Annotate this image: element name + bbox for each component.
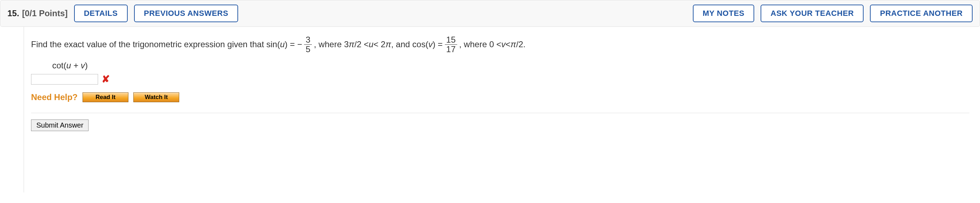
details-button[interactable]: DETAILS [74,5,128,22]
points-label: [0/1 Points] [22,8,67,18]
prompt-text: /2. [516,37,526,52]
prompt-text: < [506,37,511,52]
need-help-label: Need Help? [31,92,78,102]
question-number: 15. [7,8,19,18]
expression-close: ) [85,60,88,70]
var-v: v [501,37,506,52]
question-header: 15. [0/1 Points] DETAILS PREVIOUS ANSWER… [0,0,980,27]
answer-input[interactable] [31,74,98,84]
fraction-numerator: 15 [445,35,457,44]
fraction-numerator: 3 [304,35,312,44]
expression-fn: cot( [52,60,66,70]
prompt-text: ) = [433,37,443,52]
fraction-denominator: 17 [445,44,457,54]
pi-symbol: π [511,37,516,52]
incorrect-icon: ✘ [102,75,110,84]
submit-answer-button[interactable]: Submit Answer [31,119,89,131]
expression-arg: u + v [66,60,85,70]
practice-another-button[interactable]: PRACTICE ANOTHER [870,5,973,22]
pi-symbol: π [349,37,355,52]
fraction-2: 15 17 [445,35,457,54]
prompt-text: < 2 [374,37,386,52]
pi-symbol: π [386,37,391,52]
expression-line: cot(u + v) [52,60,969,70]
prompt-text: , where 0 < [459,37,501,52]
prompt-text: Find the exact value of the trigonometri… [31,37,280,52]
prompt-text: ) = − [285,37,302,52]
var-v: v [428,37,433,52]
fraction-denominator: 5 [304,44,312,54]
prompt-text: /2 < [355,37,369,52]
help-row: Need Help? Read It Watch It [31,92,969,102]
my-notes-button[interactable]: MY NOTES [693,5,754,22]
prompt-text: , and cos( [391,37,428,52]
question-prompt: Find the exact value of the trigonometri… [31,35,969,54]
read-it-button[interactable]: Read It [83,92,129,102]
left-gutter [0,27,24,192]
ask-teacher-button[interactable]: ASK YOUR TEACHER [760,5,864,22]
watch-it-button[interactable]: Watch It [134,92,179,102]
var-u: u [369,37,373,52]
previous-answers-button[interactable]: PREVIOUS ANSWERS [134,5,238,22]
fraction-1: 3 5 [304,35,312,54]
answer-row: ✘ [31,74,969,84]
var-u: u [280,37,285,52]
question-content: Find the exact value of the trigonometri… [24,27,980,192]
divider [31,113,969,113]
prompt-text: , where 3 [314,37,349,52]
